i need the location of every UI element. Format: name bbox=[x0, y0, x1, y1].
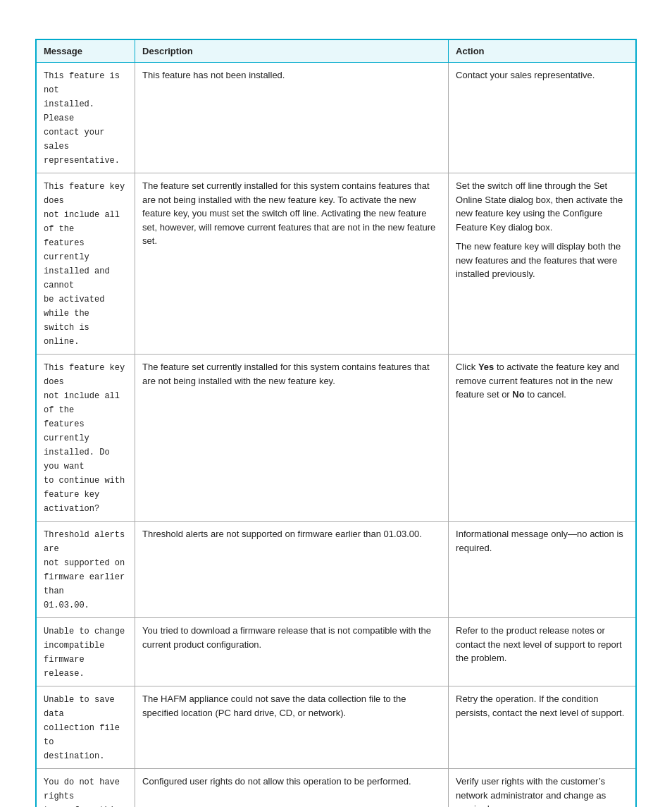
column-header-action: Action bbox=[449, 39, 636, 63]
message-cell: Unable to save data collection file to d… bbox=[36, 686, 135, 769]
action-cell: Retry the operation. If the condition pe… bbox=[449, 686, 636, 769]
description-cell: Configured user rights do not allow this… bbox=[135, 769, 449, 808]
message-cell: You do not have rights to perform this a… bbox=[36, 769, 135, 808]
message-cell: This feature key does not include all of… bbox=[36, 355, 135, 522]
action-cell: Click Yes to activate the feature key an… bbox=[449, 355, 636, 522]
table-row: This feature is not installed. Please co… bbox=[36, 63, 636, 173]
table-row: Unable to change incompatible firmware r… bbox=[36, 618, 636, 686]
table-description bbox=[35, 21, 40, 32]
action-cell: Informational message only—no action is … bbox=[449, 522, 636, 618]
table-row: This feature key does not include all of… bbox=[36, 355, 636, 522]
message-cell: This feature is not installed. Please co… bbox=[36, 63, 135, 173]
message-cell: Unable to change incompatible firmware r… bbox=[36, 618, 135, 686]
table-row: Unable to save data collection file to d… bbox=[36, 686, 636, 769]
message-cell: Threshold alerts are not supported on fi… bbox=[36, 522, 135, 618]
column-header-message: Message bbox=[36, 39, 135, 63]
action-cell: Refer to the product release notes or co… bbox=[449, 618, 636, 686]
table-header-row: Message Description Action bbox=[36, 39, 636, 63]
description-cell: The feature set currently installed for … bbox=[135, 355, 449, 522]
column-header-description: Description bbox=[135, 39, 449, 63]
table-row: Threshold alerts are not supported on fi… bbox=[36, 522, 636, 618]
action-cell: Verify user rights with the customer’s n… bbox=[449, 769, 636, 808]
table-title bbox=[35, 21, 637, 32]
description-cell: You tried to download a firmware release… bbox=[135, 618, 449, 686]
action-cell: Contact your sales representative. bbox=[449, 63, 636, 173]
description-cell: Threshold alerts are not supported on fi… bbox=[135, 522, 449, 618]
description-cell: The feature set currently installed for … bbox=[135, 173, 449, 355]
table-row: This feature key does not include all of… bbox=[36, 173, 636, 355]
description-cell: The HAFM appliance could not save the da… bbox=[135, 686, 449, 769]
table-row: You do not have rights to perform this a… bbox=[36, 769, 636, 808]
action-cell: Set the switch off line through the Set … bbox=[449, 173, 636, 355]
description-cell: This feature has not been installed. bbox=[135, 63, 449, 173]
message-cell: This feature key does not include all of… bbox=[36, 173, 135, 355]
messages-table: Message Description Action This feature … bbox=[35, 39, 637, 807]
